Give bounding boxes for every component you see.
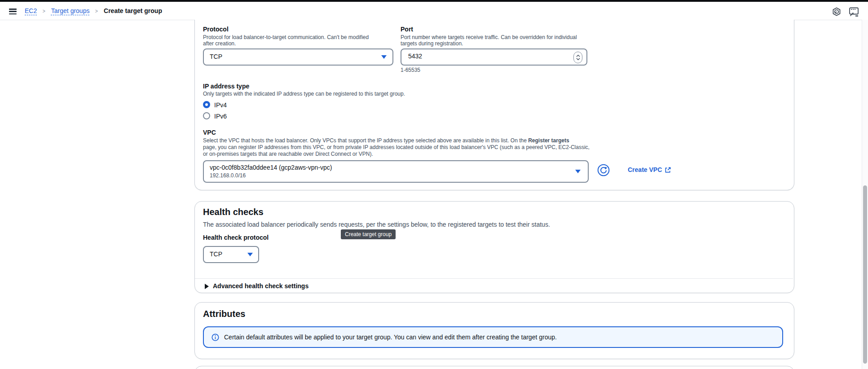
chevron-up-icon (576, 55, 580, 57)
radio-button-icon (203, 112, 210, 119)
protocol-select[interactable]: TCP (203, 48, 393, 66)
advanced-health-check-settings-expander[interactable]: Advanced health check settings (203, 281, 383, 292)
port-stepper[interactable] (573, 52, 582, 63)
breadcrumb: EC2 > Target groups > Create target grou… (25, 2, 162, 20)
port-description-line1: Port number where targets receive traffi… (401, 34, 577, 40)
caret-down-icon (381, 55, 387, 59)
vpc-select-value: vpc-0c0f8b32fa0ddee14 (gcp2aws-vpn-vpc) (210, 164, 332, 171)
caret-down-icon (247, 253, 253, 256)
health-checks-description: The associated load balancer periodicall… (203, 221, 550, 228)
port-field-wrapper (401, 48, 587, 66)
protocol-description-line1: Protocol for load balancer-to-target com… (203, 34, 369, 40)
vpc-description-line3: or on-premises targets that are reachabl… (203, 151, 373, 157)
vpc-description-line1: Select the VPC that hosts the load balan… (203, 137, 569, 144)
hexagon-status-icon[interactable] (832, 7, 841, 18)
screen-control-icon[interactable] (849, 7, 859, 18)
info-icon (211, 334, 219, 341)
refresh-icon (597, 164, 610, 176)
health-check-protocol-value: TCP (210, 250, 222, 258)
health-check-protocol-label: Health check protocol (203, 234, 269, 241)
radio-option-ipv4[interactable]: IPv4 (203, 101, 257, 109)
radio-label-ipv4: IPv4 (214, 101, 227, 109)
protocol-description-line2: after creation. (203, 40, 236, 47)
chevron-right-icon: > (43, 8, 45, 14)
create-vpc-link-label: Create VPC (628, 166, 662, 173)
vertical-scrollbar-thumb[interactable] (863, 185, 867, 364)
vpc-description-line1-text: Select the VPC that hosts the load balan… (203, 137, 528, 144)
external-link-icon (665, 167, 671, 173)
caret-down-icon (575, 170, 581, 173)
hamburger-menu-icon[interactable] (9, 9, 17, 14)
port-label: Port (401, 26, 413, 33)
advanced-health-check-settings-label: Advanced health check settings (213, 282, 308, 290)
health-check-protocol-select[interactable]: TCP (203, 246, 259, 263)
breadcrumb-link-ec2[interactable]: EC2 (25, 7, 37, 14)
protocol-select-value: TCP (210, 53, 222, 60)
chevron-down-icon (576, 58, 580, 60)
breadcrumb-link-target-groups[interactable]: Target groups (51, 7, 90, 14)
refresh-vpc-button[interactable] (597, 164, 610, 176)
ip-address-type-description: Only targets with the indicated IP addre… (203, 91, 405, 97)
triangle-right-icon (205, 284, 209, 289)
section-divider (195, 278, 793, 279)
port-range-hint: 1-65535 (401, 67, 420, 73)
port-input[interactable] (407, 52, 557, 60)
vpc-label: VPC (203, 129, 216, 136)
breadcrumb-current-page: Create target group (104, 7, 162, 14)
ip-address-type-label: IP address type (203, 83, 249, 90)
health-checks-title: Health checks (203, 207, 264, 217)
breadcrumb-bar: EC2 > Target groups > Create target grou… (0, 2, 868, 20)
health-checks-card (194, 201, 794, 293)
radio-label-ipv6: IPv6 (214, 113, 227, 120)
vpc-select[interactable]: vpc-0c0f8b32fa0ddee14 (gcp2aws-vpn-vpc) … (203, 160, 589, 183)
attributes-alert-text: Certain default attributes will be appli… (224, 334, 557, 341)
chevron-right-icon: > (95, 8, 98, 14)
create-vpc-link[interactable]: Create VPC (628, 166, 671, 173)
protocol-label: Protocol (203, 26, 229, 33)
attributes-title: Attributes (203, 309, 245, 319)
vpc-select-cidr: 192.168.0.0/16 (210, 172, 246, 179)
vpc-description-register-targets: Register targets (528, 137, 569, 144)
attributes-info-alert: Certain default attributes will be appli… (203, 326, 783, 348)
vpc-description-line2: page, you can register IP addresses from… (203, 144, 590, 150)
radio-button-icon (203, 101, 210, 108)
port-description-line2: targets during registration. (401, 40, 463, 47)
cursor-tooltip: Create target group (341, 229, 396, 239)
next-section-card (194, 366, 794, 369)
radio-option-ipv6[interactable]: IPv6 (203, 112, 257, 120)
